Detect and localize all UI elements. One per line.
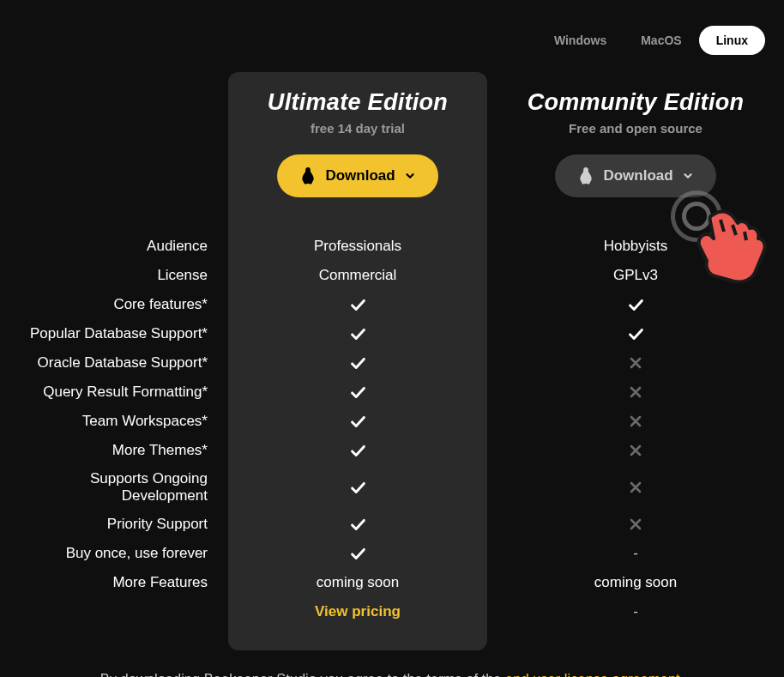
os-tabs: Windows MacOS Linux (0, 0, 784, 55)
chevron-down-icon (682, 170, 694, 182)
check-icon (626, 324, 645, 343)
row-license-community: GPLv3 (487, 261, 784, 290)
linux-icon (299, 166, 317, 185)
x-icon (627, 384, 644, 401)
check-icon (626, 295, 645, 314)
row-more-label: More Features (0, 568, 228, 597)
x-icon (627, 354, 644, 372)
row-themes-community (487, 436, 784, 465)
row-core-community (487, 290, 784, 319)
x-icon (627, 516, 644, 533)
row-core-label: Core features* (0, 290, 228, 319)
row-team-ultimate (228, 407, 487, 436)
check-icon (348, 383, 367, 402)
check-icon (348, 441, 367, 460)
row-buyonce-ultimate (228, 539, 487, 568)
download-ultimate-button[interactable]: Download (277, 154, 437, 197)
row-popular-community (487, 319, 784, 348)
linux-icon (577, 166, 594, 185)
row-oracle-ultimate (228, 348, 487, 378)
row-audience-label: Audience (0, 232, 228, 261)
row-priority-label: Priority Support (0, 510, 228, 539)
x-icon (627, 442, 644, 459)
row-ongoing-community (487, 465, 784, 510)
row-themes-ultimate (228, 436, 487, 465)
row-popular-label: Popular Database Support* (0, 319, 228, 348)
row-ongoing-label: Supports Ongoing Development (0, 465, 228, 510)
row-pricing-community: - (487, 597, 784, 626)
row-core-ultimate (228, 290, 487, 319)
tab-windows[interactable]: Windows (537, 26, 624, 55)
download-community-button[interactable]: Download (555, 154, 715, 197)
row-team-community (487, 407, 784, 436)
download-community-label: Download (603, 167, 672, 184)
row-pricing-label (0, 597, 228, 626)
comparison-grid: Ultimate Edition free 14 day trial Downl… (0, 72, 784, 650)
community-subtitle: Free and open source (498, 121, 774, 136)
row-query-ultimate (228, 378, 487, 407)
tab-macos[interactable]: MacOS (624, 26, 698, 55)
check-icon (348, 478, 367, 497)
check-icon (348, 354, 367, 372)
row-more-community: coming soon (487, 568, 784, 597)
ultimate-title: Ultimate Edition (238, 89, 477, 116)
community-header: Community Edition Free and open source D… (487, 72, 784, 208)
check-icon (348, 515, 367, 534)
check-icon (348, 324, 367, 343)
row-license-label: License (0, 261, 228, 290)
check-icon (348, 412, 367, 431)
check-icon (348, 544, 367, 563)
row-team-label: Team Workspaces* (0, 407, 228, 436)
row-themes-label: More Themes* (0, 436, 228, 465)
x-icon (627, 479, 644, 496)
row-oracle-community (487, 348, 784, 378)
ultimate-header: Ultimate Edition free 14 day trial Downl… (228, 72, 487, 208)
view-pricing-link[interactable]: View pricing (228, 597, 487, 626)
tab-linux[interactable]: Linux (699, 26, 765, 55)
row-ongoing-ultimate (228, 465, 487, 510)
community-title: Community Edition (498, 89, 774, 116)
row-priority-ultimate (228, 510, 487, 539)
row-license-ultimate: Commercial (228, 261, 487, 290)
chevron-down-icon (404, 170, 416, 182)
check-icon (348, 295, 367, 314)
row-query-community (487, 378, 784, 407)
eula-link[interactable]: end user license agreement (505, 671, 680, 677)
x-icon (627, 413, 644, 430)
row-audience-community: Hobbyists (487, 232, 784, 261)
row-buyonce-community: - (487, 539, 784, 568)
row-popular-ultimate (228, 319, 487, 348)
row-oracle-label: Oracle Database Support* (0, 348, 228, 378)
row-more-ultimate: coming soon (228, 568, 487, 597)
ultimate-subtitle: free 14 day trial (238, 121, 477, 136)
footer-text: By downloading Beekeeper Studio you agre… (0, 671, 784, 677)
row-query-label: Query Result Formatting* (0, 378, 228, 407)
row-audience-ultimate: Professionals (228, 232, 487, 261)
row-buyonce-label: Buy once, use forever (0, 539, 228, 568)
download-ultimate-label: Download (325, 167, 395, 184)
row-priority-community (487, 510, 784, 539)
